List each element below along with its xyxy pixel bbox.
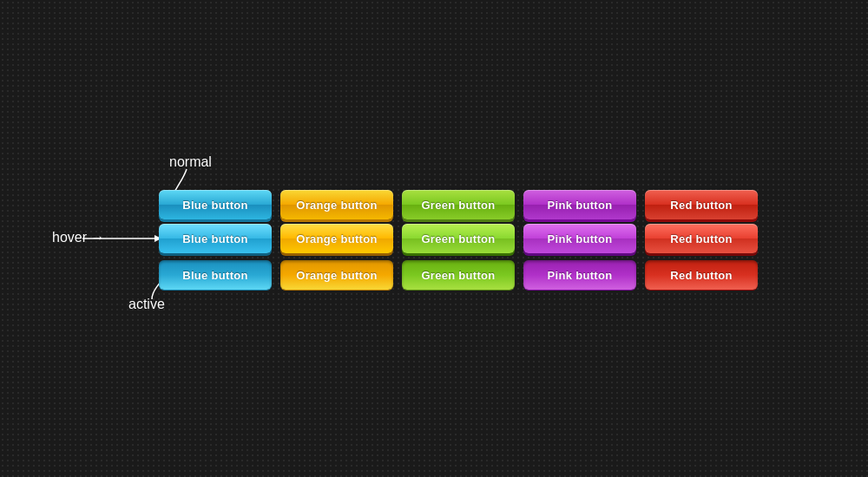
blue-button-normal[interactable]: Blue button xyxy=(159,190,272,219)
green-button-hover[interactable]: Green button xyxy=(402,224,515,253)
blue-button-hover[interactable]: Blue button xyxy=(159,224,272,253)
green-button-normal[interactable]: Green button xyxy=(402,190,515,219)
orange-button-normal[interactable]: Orange button xyxy=(280,190,393,219)
red-button-hover[interactable]: Red button xyxy=(645,224,758,253)
pink-button-active[interactable]: Pink button xyxy=(523,260,636,290)
pink-button-normal[interactable]: Pink button xyxy=(523,190,636,219)
red-button-normal[interactable]: Red button xyxy=(645,190,758,219)
blue-button-active[interactable]: Blue button xyxy=(159,260,272,290)
orange-button-active[interactable]: Orange button xyxy=(280,260,393,290)
orange-button-hover[interactable]: Orange button xyxy=(280,224,393,253)
button-row-active: Blue button Orange button Green button P… xyxy=(159,258,758,288)
red-button-active[interactable]: Red button xyxy=(645,260,758,290)
label-normal: normal xyxy=(169,154,212,170)
green-button-active[interactable]: Green button xyxy=(402,260,515,290)
button-row-normal: Blue button Orange button Green button P… xyxy=(159,190,758,219)
button-row-hover: Blue button Orange button Green button P… xyxy=(159,224,758,253)
label-hover: hover → xyxy=(52,230,104,245)
label-active: active xyxy=(128,297,165,312)
pink-button-hover[interactable]: Pink button xyxy=(523,224,636,253)
